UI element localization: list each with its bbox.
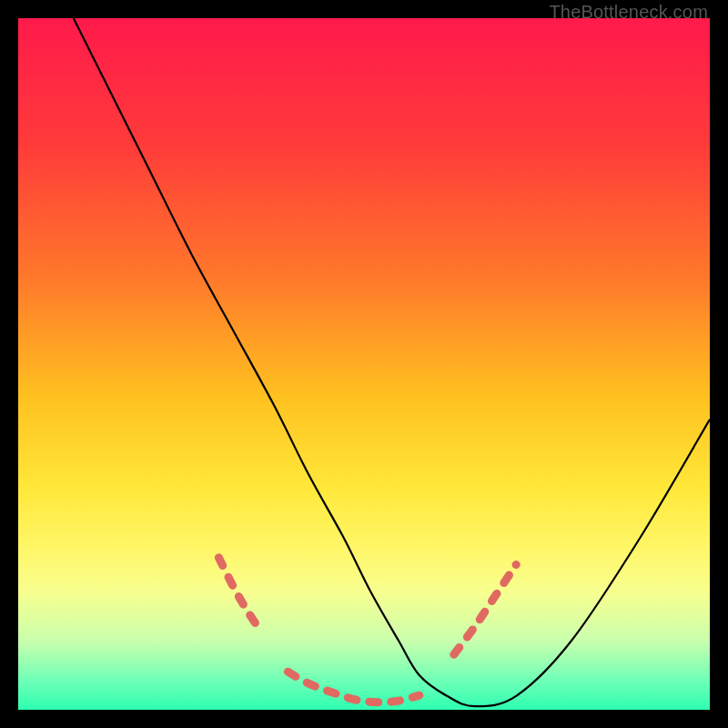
highlight-segments <box>218 558 516 703</box>
highlight-valley-floor <box>288 672 419 702</box>
plot-area <box>18 18 710 710</box>
highlight-left-shoulder <box>218 558 260 631</box>
curve-layer <box>18 18 710 710</box>
watermark-text: TheBottleneck.com <box>549 2 708 23</box>
highlight-right-shoulder <box>454 564 516 654</box>
bottleneck-curve <box>74 18 710 706</box>
chart-frame: TheBottleneck.com <box>0 0 728 728</box>
